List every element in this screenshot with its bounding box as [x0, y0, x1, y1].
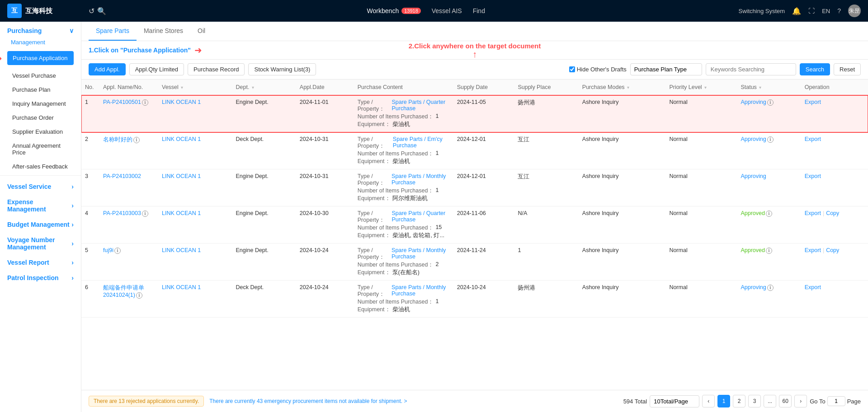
op-export-link[interactable]: Export [805, 173, 821, 179]
sidebar-item-purchase-order[interactable]: Purchase Order [0, 111, 81, 125]
keywords-search-input[interactable] [706, 63, 796, 75]
add-appl-button[interactable]: Add Appl. [89, 63, 126, 75]
tab-spare-parts[interactable]: Spare Parts [89, 22, 137, 41]
page-60-button[interactable]: 60 [779, 395, 792, 407]
table-row[interactable]: 5 fuj9iℹ LINK OCEAN 1 Engine Dept. 2024-… [81, 243, 868, 281]
page-2-button[interactable]: 2 [733, 395, 745, 407]
nav-find[interactable]: Find [473, 7, 485, 14]
op-export-link[interactable]: Export [805, 210, 821, 216]
cell-purchase-modes: Ashore Inquiry [579, 132, 666, 169]
info-icon[interactable]: ℹ [136, 292, 142, 299]
stock-warning-button[interactable]: Stock Warning List(3) [248, 63, 316, 75]
col-name[interactable]: Appl. Name/No. [99, 80, 158, 95]
sidebar-voyage-number[interactable]: Voyage Number Management › [0, 231, 81, 253]
table-row[interactable]: 1 PA-P24100501ℹ LINK OCEAN 1 Engine Dept… [81, 95, 868, 132]
help-icon[interactable]: ? [837, 7, 841, 14]
cell-supply-date: 2024-12-01 [453, 169, 514, 206]
nav-vessel-ais[interactable]: Vessel AIS [432, 7, 462, 14]
cell-vessel[interactable]: LINK OCEAN 1 [158, 206, 232, 243]
sidebar-item-supplier-evaluation[interactable]: Supplier Evaluation [0, 125, 81, 139]
cell-operation: Export [801, 169, 868, 206]
cell-appl-date: 2024-10-24 [296, 281, 354, 318]
purchase-record-button[interactable]: Purchase Record [188, 63, 245, 75]
col-dept[interactable]: Dept. ▾ [232, 80, 296, 95]
cell-name[interactable]: 船端备件申请单20241024(1)ℹ [99, 281, 158, 318]
nav-icon-history[interactable]: ↺ [89, 7, 94, 15]
op-export-link[interactable]: Export [805, 99, 821, 105]
cell-name[interactable]: PA-P24103003ℹ [99, 206, 158, 243]
info-icon[interactable]: ℹ [767, 99, 774, 106]
hide-drafts-label[interactable]: Hide Other's Drafts [569, 66, 627, 73]
op-export-link[interactable]: Export [805, 284, 821, 290]
nav-icon-search[interactable]: 🔍 [97, 7, 106, 15]
col-purchase-modes[interactable]: Purchase Modes ▾ [579, 80, 666, 95]
op-export-link[interactable]: Export [805, 136, 821, 142]
page-1-button[interactable]: 1 [717, 395, 730, 407]
col-vessel[interactable]: Vessel ▾ [158, 80, 232, 95]
cell-vessel[interactable]: LINK OCEAN 1 [158, 281, 232, 318]
sidebar-expense-management[interactable]: Expense Management › [0, 193, 81, 215]
op-copy-link[interactable]: Copy [826, 210, 839, 216]
fullscreen-icon[interactable]: ⛶ [808, 7, 815, 14]
sidebar-item-annual-agreement[interactable]: Annual Agreement Price [0, 139, 81, 159]
info-icon[interactable]: ℹ [767, 136, 774, 143]
page-size-select[interactable]: 10Total/Page 20Total/Page 50Total/Page [650, 395, 699, 407]
sidebar-item-inquiry-management[interactable]: Inquiry Management [0, 97, 81, 111]
sidebar-vessel-report[interactable]: Vessel Report › [0, 253, 81, 269]
table-row[interactable]: 4 PA-P24103003ℹ LINK OCEAN 1 Engine Dept… [81, 206, 868, 243]
goto-input[interactable] [827, 396, 845, 406]
table-row[interactable]: 2 名称时好的ℹ LINK OCEAN 1 Deck Dept. 2024-10… [81, 132, 868, 169]
sidebar-vessel-service[interactable]: Vessel Service › [0, 178, 81, 193]
op-export-link[interactable]: Export [805, 247, 821, 253]
cell-vessel[interactable]: LINK OCEAN 1 [158, 243, 232, 281]
info-icon[interactable]: ℹ [766, 248, 772, 254]
info-icon[interactable]: ℹ [142, 211, 148, 217]
cell-name[interactable]: 名称时好的ℹ [99, 132, 158, 169]
sidebar-item-purchase-plan[interactable]: Purchase Plan [0, 83, 81, 97]
col-status[interactable]: Status ▾ [737, 80, 801, 95]
search-button[interactable]: Search [800, 63, 830, 75]
notification-icon[interactable]: 🔔 [792, 7, 801, 15]
info-icon[interactable]: ℹ [133, 137, 140, 143]
cell-vessel[interactable]: LINK OCEAN 1 [158, 169, 232, 206]
sidebar-item-vessel-purchase[interactable]: Vessel Purchase [0, 69, 81, 83]
page-3-button[interactable]: 3 [748, 395, 761, 407]
info-icon[interactable]: ℹ [766, 211, 772, 217]
op-copy-link[interactable]: Copy [826, 247, 839, 253]
prev-page-button[interactable]: ‹ [702, 395, 715, 407]
cell-vessel[interactable]: LINK OCEAN 1 [158, 95, 232, 132]
sidebar-budget-management[interactable]: Budget Management › [0, 215, 81, 231]
workbench-badge: 13918 [401, 8, 421, 14]
hide-drafts-checkbox[interactable] [569, 66, 575, 72]
table-row[interactable]: 3 PA-P24103002 LINK OCEAN 1 Engine Dept.… [81, 169, 868, 206]
plan-type-select[interactable]: Purchase Plan Type Quarter Purchase Mont… [630, 63, 702, 75]
info-icon[interactable]: ℹ [142, 99, 148, 106]
language-selector[interactable]: EN [822, 8, 830, 14]
avatar[interactable]: 朱昰 [848, 5, 861, 17]
reset-button[interactable]: Reset [834, 63, 861, 75]
info-icon[interactable]: ℹ [767, 285, 774, 291]
cell-name[interactable]: PA-P24100501ℹ [99, 95, 158, 132]
cell-priority-level: Normal [665, 281, 737, 318]
table-row[interactable]: 6 船端备件申请单20241024(1)ℹ LINK OCEAN 1 Deck … [81, 281, 868, 318]
cell-dept: Engine Dept. [232, 206, 296, 243]
sidebar-item-purchase-application[interactable]: Purchase Application [7, 51, 74, 65]
sidebar-item-aftersales[interactable]: After-sales Feedback [0, 159, 81, 173]
tab-oil[interactable]: Oil [190, 22, 212, 41]
sidebar-patrol-inspection[interactable]: Patrol Inspection › [0, 269, 81, 284]
chevron-down-icon: ∨ [69, 27, 74, 34]
nav-workbench[interactable]: Workbench 13918 [367, 7, 421, 14]
qty-limited-button[interactable]: Appl.Qty Limited [129, 63, 184, 75]
next-page-button[interactable]: › [794, 395, 807, 407]
cell-name[interactable]: PA-P24103002 [99, 169, 158, 206]
sidebar-purchasing[interactable]: Purchasing ∨ [0, 22, 81, 37]
cell-purchase-modes: Ashore Inquiry [579, 206, 666, 243]
info-icon[interactable]: ℹ [114, 248, 121, 254]
sidebar-management[interactable]: Management [0, 37, 81, 47]
cell-name[interactable]: fuj9iℹ [99, 243, 158, 281]
col-priority-level[interactable]: Priority Level ▾ [665, 80, 737, 95]
emergency-warning[interactable]: There are currently 43 emergency procure… [209, 398, 407, 404]
cell-vessel[interactable]: LINK OCEAN 1 [158, 132, 232, 169]
switching-system[interactable]: Switching System [739, 8, 785, 14]
tab-marine-stores[interactable]: Marine Stores [137, 22, 190, 41]
